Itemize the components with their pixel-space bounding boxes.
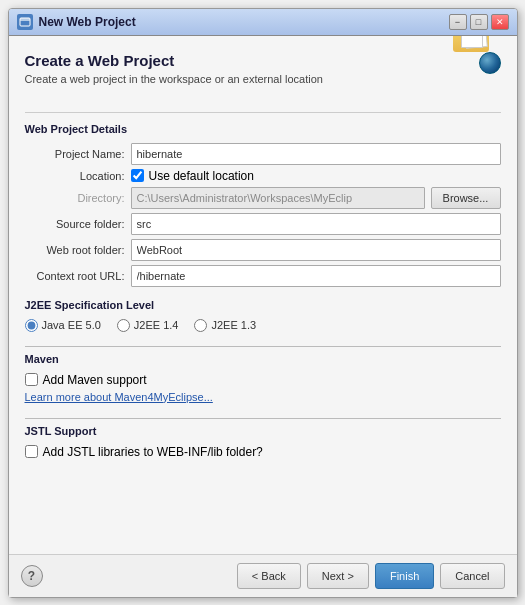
dialog-title: Create a Web Project [25, 52, 323, 69]
j2ee-radio-j2ee-14[interactable] [117, 319, 130, 332]
cancel-button[interactable]: Cancel [440, 563, 504, 589]
nav-buttons: < Back Next > Finish Cancel [237, 563, 505, 589]
directory-label: Directory: [25, 192, 125, 204]
web-root-folder-label: Web root folder: [25, 244, 125, 256]
context-root-url-label: Context root URL: [25, 270, 125, 282]
j2ee-label-j2ee-13: J2EE 1.3 [211, 319, 256, 331]
maven-section-label: Maven [25, 353, 501, 365]
new-web-project-dialog: New Web Project − □ ✕ Create a Web Proje… [8, 8, 518, 598]
dialog-subtitle: Create a web project in the workspace or… [25, 73, 323, 85]
titlebar-left: New Web Project [17, 14, 136, 30]
header-icon [449, 52, 501, 98]
dialog-header: Create a Web Project Create a web projec… [25, 52, 501, 98]
directory-row: Directory: Browse... [25, 187, 501, 209]
project-name-input[interactable] [131, 143, 501, 165]
dialog-content: Create a Web Project Create a web projec… [9, 36, 517, 554]
help-button[interactable]: ? [21, 565, 43, 587]
j2ee-radio-j2ee-13[interactable] [194, 319, 207, 332]
maven-learn-more-link[interactable]: Learn more about Maven4MyEclipse... [25, 391, 213, 403]
source-folder-row: Source folder: [25, 213, 501, 235]
context-root-url-row: Context root URL: [25, 265, 501, 287]
next-button[interactable]: Next > [307, 563, 369, 589]
maven-divider [25, 418, 501, 419]
close-button[interactable]: ✕ [491, 14, 509, 30]
titlebar: New Web Project − □ ✕ [9, 9, 517, 36]
use-default-location-row: Use default location [131, 169, 501, 183]
directory-input[interactable] [131, 187, 425, 209]
jstl-section-label: JSTL Support [25, 425, 501, 437]
location-label: Location: [25, 170, 125, 182]
header-divider [25, 112, 501, 113]
maven-checkbox[interactable] [25, 373, 38, 386]
j2ee-label-j2ee-14: J2EE 1.4 [134, 319, 179, 331]
source-folder-label: Source folder: [25, 218, 125, 230]
svg-rect-1 [20, 18, 30, 21]
bottom-bar: ? < Back Next > Finish Cancel [9, 554, 517, 597]
j2ee-spec-section: J2EE Specification Level Java EE 5.0 J2E… [25, 299, 501, 332]
header-text: Create a Web Project Create a web projec… [25, 52, 323, 85]
back-button[interactable]: < Back [237, 563, 301, 589]
location-row: Location: Use default location [25, 169, 501, 183]
jstl-checkbox[interactable] [25, 445, 38, 458]
jstl-section: JSTL Support Add JSTL libraries to WEB-I… [25, 425, 501, 459]
j2ee-radio-java-ee-5[interactable] [25, 319, 38, 332]
j2ee-spec-label: J2EE Specification Level [25, 299, 501, 311]
window-title: New Web Project [39, 15, 136, 29]
maximize-button[interactable]: □ [470, 14, 488, 30]
j2ee-label-java-ee-5: Java EE 5.0 [42, 319, 101, 331]
web-root-folder-input[interactable] [131, 239, 501, 261]
context-root-url-input[interactable] [131, 265, 501, 287]
use-default-location-checkbox[interactable] [131, 169, 144, 182]
j2ee-option-java-ee-5[interactable]: Java EE 5.0 [25, 319, 101, 332]
browse-button[interactable]: Browse... [431, 187, 501, 209]
j2ee-option-j2ee-13[interactable]: J2EE 1.3 [194, 319, 256, 332]
window-icon [17, 14, 33, 30]
jstl-checkbox-label: Add JSTL libraries to WEB-INF/lib folder… [43, 445, 263, 459]
project-name-label: Project Name: [25, 148, 125, 160]
minimize-button[interactable]: − [449, 14, 467, 30]
use-default-location-label: Use default location [149, 169, 254, 183]
spec-divider [25, 346, 501, 347]
jstl-checkbox-row: Add JSTL libraries to WEB-INF/lib folder… [25, 445, 501, 459]
section-web-project-details: Web Project Details [25, 123, 501, 135]
titlebar-controls: − □ ✕ [449, 14, 509, 30]
source-folder-input[interactable] [131, 213, 501, 235]
maven-checkbox-row: Add Maven support [25, 373, 501, 387]
maven-section: Maven Add Maven support Learn more about… [25, 353, 501, 404]
maven-checkbox-label: Add Maven support [43, 373, 147, 387]
j2ee-radio-group: Java EE 5.0 J2EE 1.4 J2EE 1.3 [25, 319, 501, 332]
project-name-row: Project Name: [25, 143, 501, 165]
web-root-folder-row: Web root folder: [25, 239, 501, 261]
j2ee-option-j2ee-14[interactable]: J2EE 1.4 [117, 319, 179, 332]
finish-button[interactable]: Finish [375, 563, 434, 589]
